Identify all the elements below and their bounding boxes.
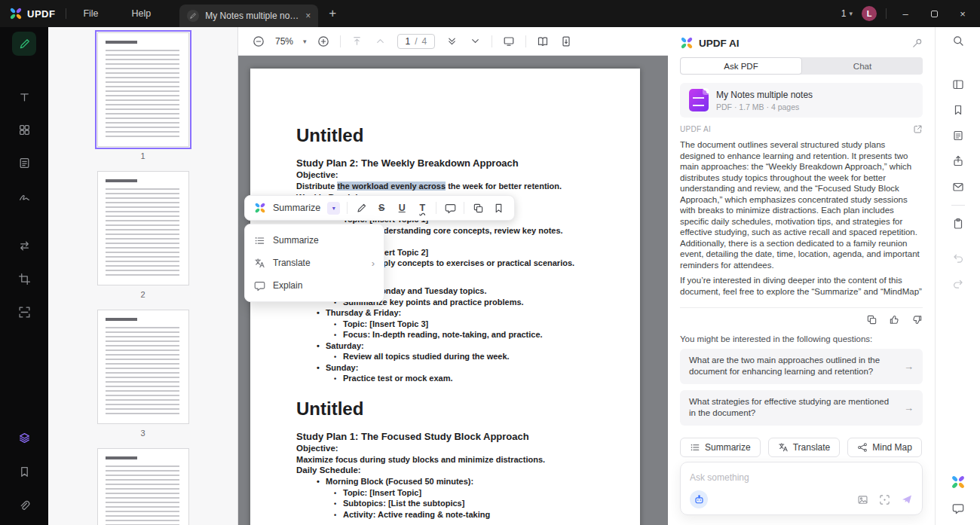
page-thumbnail-2[interactable]: [97, 171, 189, 285]
page-indicator[interactable]: 1 / 4: [397, 34, 436, 49]
mail-icon[interactable]: [951, 179, 966, 194]
underline-button[interactable]: U: [395, 201, 409, 215]
response-divider: [680, 307, 923, 308]
ask-input[interactable]: [690, 472, 913, 483]
open-in-new-icon[interactable]: [913, 124, 923, 134]
minimize-button[interactable]: –: [896, 0, 915, 27]
pin-icon[interactable]: [911, 38, 923, 49]
avatar[interactable]: L: [862, 6, 877, 21]
close-button[interactable]: ×: [953, 0, 972, 27]
button-label: Summarize: [705, 442, 751, 453]
tab-edit-icon: [187, 10, 199, 22]
page-thumbnail-1[interactable]: [97, 32, 189, 147]
doc-list-item: Topic: [Insert Topic]: [334, 487, 610, 499]
mind-map-button[interactable]: Mind Map: [847, 438, 922, 457]
strikethrough-button[interactable]: S: [375, 201, 388, 215]
ai-robot-icon[interactable]: [690, 490, 708, 508]
sign-tool-button[interactable]: [12, 184, 36, 208]
crop-tool-button[interactable]: [12, 267, 36, 291]
ocr-tool-button[interactable]: [12, 300, 36, 324]
send-icon[interactable]: [901, 493, 913, 505]
thumbnail-panel-icon[interactable]: [951, 77, 966, 92]
thumb-text-lines: [106, 327, 179, 416]
grid-icon: [18, 124, 31, 136]
tab-close-icon[interactable]: ×: [305, 11, 311, 21]
ai-assistant-button[interactable]: [12, 426, 36, 450]
menu-file[interactable]: File: [66, 8, 115, 19]
ai-summarize-button[interactable]: Summarize: [273, 203, 320, 213]
zoom-caret-icon[interactable]: ▾: [303, 38, 307, 45]
updf-ai-shortcut-icon[interactable]: [951, 475, 966, 490]
first-page-button[interactable]: [351, 35, 364, 48]
doc-list-item: Saturday:: [317, 340, 610, 352]
menu-item-summarize[interactable]: Summarize: [245, 229, 384, 252]
suggested-question-2[interactable]: What strategies for effective studying a…: [680, 390, 923, 426]
page-number-label: 2: [140, 290, 145, 299]
last-page-button[interactable]: [445, 35, 458, 48]
rail-bottom-group: [951, 475, 966, 516]
organize-pages-tool-button[interactable]: [12, 118, 36, 142]
clipboard-icon[interactable]: [951, 216, 966, 231]
menu-help[interactable]: Help: [115, 8, 168, 19]
copy-button[interactable]: [471, 201, 485, 215]
text-before-selection: Distribute: [296, 182, 337, 191]
convert-tool-button[interactable]: [12, 234, 36, 258]
maximize-button[interactable]: [924, 0, 944, 27]
outline-panel-icon[interactable]: [951, 128, 966, 143]
question-text: What strategies for effective studying a…: [689, 396, 896, 420]
new-tab-button[interactable]: +: [329, 6, 336, 21]
summarize-button[interactable]: Summarize: [680, 438, 761, 457]
presentation-mode-button[interactable]: [502, 35, 516, 48]
ask-box-toolbar: [690, 490, 913, 508]
comment-tool-button[interactable]: [12, 32, 36, 56]
scroll-mode-button[interactable]: [559, 35, 573, 48]
thumbs-up-icon[interactable]: [889, 314, 900, 325]
bookmark-button[interactable]: [492, 201, 505, 215]
share-icon[interactable]: [951, 154, 966, 169]
current-page-input[interactable]: 1: [406, 36, 411, 47]
edit-text-tool-button[interactable]: [12, 84, 36, 108]
form-tool-button[interactable]: [12, 151, 36, 175]
titlebar-divider: [886, 8, 887, 19]
page-thumbnail-4[interactable]: [97, 448, 189, 525]
zoom-out-button[interactable]: [252, 35, 265, 48]
selected-text[interactable]: the workload evenly across: [337, 182, 446, 191]
page-count-dropdown[interactable]: 1 ▾: [841, 8, 853, 19]
bookmarks-button[interactable]: [12, 459, 36, 484]
comments-icon[interactable]: [951, 501, 966, 516]
search-icon[interactable]: [951, 33, 966, 48]
menu-item-translate[interactable]: Translate ›: [245, 252, 384, 274]
attachments-button[interactable]: [12, 493, 36, 517]
image-upload-icon[interactable]: [857, 494, 868, 505]
screenshot-icon[interactable]: [879, 494, 890, 505]
highlight-button[interactable]: [354, 201, 368, 215]
menu-item-label: Translate: [273, 258, 311, 268]
squiggly-underline-button[interactable]: T: [415, 201, 429, 215]
undo-icon[interactable]: [951, 251, 966, 266]
tab-chat[interactable]: Chat: [802, 57, 923, 75]
comment-icon: [445, 203, 456, 214]
reading-mode-button[interactable]: [536, 35, 550, 48]
thumbs-down-icon[interactable]: [911, 314, 923, 325]
copy-response-icon[interactable]: [866, 314, 877, 325]
suggested-question-1[interactable]: What are the two main approaches outline…: [680, 349, 923, 384]
ask-box[interactable]: [680, 462, 923, 515]
page-thumbnail-3[interactable]: [97, 310, 189, 424]
zoom-level[interactable]: 75%: [275, 36, 293, 47]
ai-action-caret-button[interactable]: ▾: [327, 202, 340, 215]
comment-button[interactable]: [443, 201, 457, 215]
tab-ask-pdf[interactable]: Ask PDF: [680, 57, 802, 75]
ai-panel-title: UPDF AI: [699, 38, 740, 49]
next-page-button[interactable]: [468, 35, 482, 48]
previous-page-button[interactable]: [374, 35, 387, 48]
zoom-in-button[interactable]: [317, 35, 330, 48]
document-card[interactable]: My Notes multiple notes PDF · 1.7 MB · 4…: [680, 83, 923, 118]
translate-button[interactable]: Translate: [768, 438, 841, 457]
convert-icon: [18, 240, 31, 252]
menu-item-label: Summarize: [273, 235, 319, 246]
thumb-heading-line: [106, 318, 137, 321]
redo-icon[interactable]: [951, 276, 966, 291]
document-tab[interactable]: My Notes multiple notes ×: [179, 5, 318, 27]
menu-item-explain[interactable]: Explain: [245, 274, 384, 297]
bookmark-panel-icon[interactable]: [951, 102, 966, 118]
